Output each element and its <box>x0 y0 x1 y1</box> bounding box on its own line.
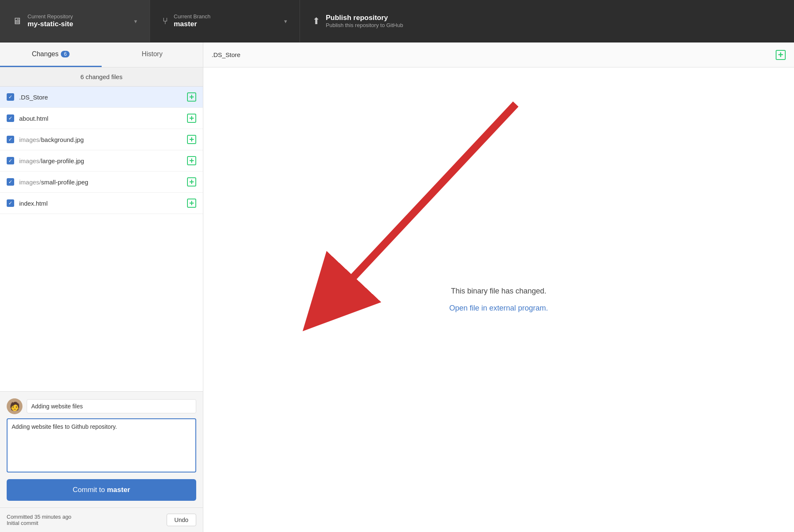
file-checkbox[interactable]: ✓ <box>7 157 14 164</box>
monitor-icon: 🖥 <box>12 16 22 27</box>
current-branch-section[interactable]: ⑂ Current Branch master ▾ <box>150 0 300 42</box>
publish-title: Publish repository <box>326 14 403 22</box>
main-container: Changes 6 History 6 changed files ✓ .DS_… <box>0 42 794 532</box>
tab-history[interactable]: History <box>102 42 203 67</box>
top-bar: 🖥 Current Repository my-static-site ▾ ⑂ … <box>0 0 794 42</box>
right-content: This binary file has changed. Open file … <box>203 67 794 532</box>
file-checkbox[interactable]: ✓ <box>7 93 14 101</box>
commit-branch-name: master <box>107 486 130 494</box>
list-item[interactable]: ✓ .DS_Store + <box>0 87 203 108</box>
changed-files-header: 6 changed files <box>0 67 203 87</box>
open-external-link[interactable]: Open file in external program. <box>449 304 548 313</box>
file-checkbox[interactable]: ✓ <box>7 114 14 122</box>
file-name: index.html <box>19 200 187 207</box>
commit-description-textarea[interactable]: Adding website files to Github repositor… <box>7 418 196 472</box>
selected-file-name: .DS_Store <box>212 51 240 58</box>
file-checkbox[interactable]: ✓ <box>7 178 14 186</box>
bottom-status-text: Committed 35 minutes ago Initial commit <box>7 514 71 526</box>
changes-badge: 6 <box>61 51 70 57</box>
binary-message: This binary file has changed. <box>451 287 546 296</box>
bottom-status-bar: Committed 35 minutes ago Initial commit … <box>0 507 203 532</box>
file-name: images/small-profile.jpeg <box>19 179 187 186</box>
file-header-bar: .DS_Store + <box>203 42 794 67</box>
right-panel: .DS_Store + This binary file has changed… <box>203 42 794 532</box>
repo-chevron-icon: ▾ <box>134 18 137 25</box>
list-item[interactable]: ✓ about.html + <box>0 108 203 129</box>
file-name: about.html <box>19 115 187 122</box>
avatar: 🧑 <box>7 398 22 414</box>
repo-label: Current Repository <box>27 13 73 20</box>
file-list: ✓ .DS_Store + ✓ about.html + ✓ images/ba… <box>0 87 203 391</box>
publish-section[interactable]: ⬆ Publish repository Publish this reposi… <box>300 0 500 42</box>
file-add-icon: + <box>187 199 196 208</box>
branch-chevron-icon: ▾ <box>284 18 287 25</box>
undo-button[interactable]: Undo <box>167 514 196 526</box>
commit-summary-row: 🧑 <box>7 398 196 414</box>
commit-summary-input[interactable] <box>27 399 196 413</box>
file-checkbox[interactable]: ✓ <box>7 199 14 207</box>
repo-name: my-static-site <box>27 20 73 29</box>
committed-text: Committed 35 minutes ago <box>7 514 71 520</box>
commit-section: 🧑 Adding website files to Github reposit… <box>0 391 203 507</box>
file-header-add-icon: + <box>776 50 786 60</box>
left-panel: Changes 6 History 6 changed files ✓ .DS_… <box>0 42 203 532</box>
list-item[interactable]: ✓ images/large-profile.jpg + <box>0 150 203 172</box>
branch-icon: ⑂ <box>162 16 168 27</box>
list-item[interactable]: ✓ index.html + <box>0 193 203 214</box>
file-add-icon: + <box>187 156 196 165</box>
file-add-icon: + <box>187 177 196 186</box>
commit-button[interactable]: Commit to master <box>7 479 196 501</box>
file-add-icon: + <box>187 92 196 102</box>
file-add-icon: + <box>187 135 196 144</box>
initial-commit-text: Initial commit <box>7 520 71 526</box>
branch-label: Current Branch <box>174 13 210 20</box>
tab-changes[interactable]: Changes 6 <box>0 42 102 67</box>
tab-bar: Changes 6 History <box>0 42 203 67</box>
file-add-icon: + <box>187 114 196 123</box>
file-checkbox[interactable]: ✓ <box>7 136 14 143</box>
file-name: images/background.jpg <box>19 136 187 143</box>
current-repo-section[interactable]: 🖥 Current Repository my-static-site ▾ <box>0 0 150 42</box>
svg-line-1 <box>328 104 516 304</box>
branch-name: master <box>174 20 210 29</box>
annotation-arrow <box>203 67 794 532</box>
list-item[interactable]: ✓ images/small-profile.jpeg + <box>0 172 203 193</box>
publish-icon: ⬆ <box>312 16 320 27</box>
file-name: .DS_Store <box>19 94 187 101</box>
publish-subtitle: Publish this repository to GitHub <box>326 22 403 28</box>
file-name: images/large-profile.jpg <box>19 157 187 164</box>
list-item[interactable]: ✓ images/background.jpg + <box>0 129 203 150</box>
